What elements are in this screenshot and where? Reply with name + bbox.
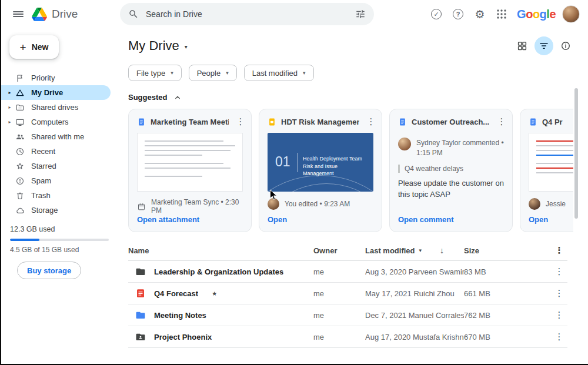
filter-chip-file-type[interactable]: File type ▾	[128, 65, 182, 81]
column-header-size[interactable]: Size	[464, 246, 551, 255]
open-link[interactable]: Open	[259, 215, 382, 232]
sidebar-item-starred[interactable]: Starred	[1, 159, 111, 173]
search-options-tune-icon[interactable]	[355, 9, 366, 19]
user-avatar[interactable]	[562, 5, 580, 23]
sidebar-item-my-drive[interactable]: ▸ My Drive	[1, 85, 111, 100]
vertical-scrollbar[interactable]	[574, 88, 578, 219]
search-icon	[128, 9, 139, 19]
file-size: 83 MB	[464, 267, 551, 276]
main-menu-button[interactable]	[7, 3, 29, 25]
docs-icon	[137, 118, 146, 126]
more-options-icon[interactable]: ⋮	[551, 288, 567, 299]
column-header-owner[interactable]: Owner	[313, 246, 365, 255]
file-size: 661 MB	[464, 289, 551, 298]
comment-quote: Q4 weather delays	[398, 165, 504, 173]
computers-icon	[15, 117, 25, 127]
sidebar-item-priority[interactable]: Priority	[1, 71, 111, 85]
sidebar-item-recent[interactable]: Recent	[1, 144, 111, 159]
shared-drives-icon	[15, 102, 25, 112]
details-button[interactable]	[556, 36, 575, 55]
suggested-card-hdt-risk-management[interactable]: HDT Risk Management ⋮ 01 Health Deployme…	[259, 109, 382, 232]
more-options-icon[interactable]: ⋮	[364, 116, 378, 127]
filter-button[interactable]	[534, 36, 553, 55]
topbar-actions: ✓ ? ⚙ G o o g	[426, 4, 588, 24]
sidebar-item-label: Computers	[31, 118, 69, 126]
sidebar-item-spam[interactable]: Spam	[1, 173, 111, 188]
calendar-icon	[137, 202, 146, 211]
search-bar[interactable]	[120, 3, 374, 25]
help-button[interactable]: ?	[448, 4, 468, 24]
new-button-label: New	[32, 42, 49, 52]
file-row-q4-forecast[interactable]: Q4 Forecast ★ me May 17, 2021 Ruichi Zho…	[128, 283, 567, 304]
grid-view-button[interactable]	[513, 36, 532, 55]
file-list: Name Owner Last modified ▾ ↓ Size ⋮ Lead…	[128, 240, 567, 348]
cloud-icon	[15, 205, 25, 215]
file-row-meeting-notes[interactable]: Meeting Notes me Dec 7, 2021 Manuel Corr…	[128, 304, 567, 326]
suggested-label: Suggested	[128, 93, 167, 102]
column-header-name[interactable]: Name	[128, 246, 313, 255]
suggested-section-header: Suggested	[128, 93, 588, 102]
search-input[interactable]	[146, 9, 355, 19]
file-row-leadership-organization-updates[interactable]: Leadership & Organization Updates me Aug…	[128, 261, 567, 283]
gear-icon: ⚙	[475, 8, 485, 21]
top-bar: Drive ✓ ? ⚙	[1, 0, 588, 28]
sidebar-item-label: Trash	[31, 191, 51, 200]
offline-status-button[interactable]: ✓	[426, 4, 446, 24]
pdf-icon	[135, 288, 146, 299]
settings-button[interactable]: ⚙	[470, 4, 490, 24]
sidebar-item-label: Shared with me	[31, 132, 84, 141]
suggested-card-q4[interactable]: Q4 Pr ⋮ Jessie Open	[520, 109, 573, 232]
sidebar-item-label: My Drive	[31, 88, 63, 97]
collapse-chevron-icon[interactable]	[174, 94, 181, 101]
card-meta-text: You edited • 9:23 AM	[285, 200, 350, 208]
card-meta-text: Jessie	[546, 200, 566, 208]
sidebar-item-storage[interactable]: Storage	[1, 203, 111, 217]
document-preview	[529, 133, 573, 192]
open-comment-link[interactable]: Open comment	[390, 215, 512, 232]
sidebar-item-label: Spam	[31, 176, 51, 185]
sidebar-item-label: Storage	[31, 206, 58, 215]
page-title[interactable]: My Drive ▾	[128, 38, 188, 53]
filter-chip-people[interactable]: People ▾	[189, 65, 237, 81]
slide-preview: 01 Health Deployment Team Risk and Issue…	[268, 133, 373, 192]
more-options-icon[interactable]: ⋮	[551, 331, 567, 342]
slide-title: Health Deployment Team Risk and Issue Ma…	[303, 155, 366, 178]
more-options-icon[interactable]: ⋮	[551, 310, 567, 320]
sidebar-item-shared-with-me[interactable]: Shared with me	[1, 129, 111, 144]
column-header-last-modified[interactable]: Last modified ▾ ↓	[365, 246, 464, 255]
file-owner: me	[313, 267, 365, 276]
expand-caret-icon[interactable]: ▸	[6, 105, 14, 110]
sort-direction-icon[interactable]: ↓	[440, 246, 444, 255]
expand-caret-icon[interactable]: ▸	[6, 90, 14, 95]
open-link[interactable]: Open	[520, 215, 573, 232]
sidebar-item-shared-drives[interactable]: ▸ Shared drives	[1, 100, 111, 115]
grid-view-icon	[517, 41, 527, 51]
new-button[interactable]: + New	[9, 35, 59, 59]
chip-label: Last modified	[252, 69, 298, 78]
file-size: 762 MB	[464, 311, 551, 320]
open-attachment-link[interactable]: Open attachment	[129, 215, 251, 232]
suggested-card-customer-outreach[interactable]: Customer Outreach... ⋮ Sydney Taylor com…	[389, 109, 513, 232]
more-options-icon[interactable]: ⋮	[551, 245, 567, 256]
sidebar-item-computers[interactable]: ▸ Computers	[1, 115, 111, 129]
chip-label: People	[197, 69, 220, 78]
more-options-icon[interactable]: ⋮	[551, 266, 567, 277]
caret-down-icon: ▾	[226, 70, 229, 76]
google-apps-button[interactable]	[492, 4, 512, 24]
shared-folder-icon	[135, 331, 146, 342]
star-icon	[15, 161, 25, 171]
file-size: 670 MB	[464, 333, 551, 341]
expand-caret-icon[interactable]: ▸	[6, 119, 14, 125]
file-row-project-phoenix[interactable]: Project Phoenix me Aug 17, 2020 Mustafa …	[128, 326, 567, 348]
more-options-icon[interactable]: ⋮	[495, 116, 509, 127]
my-drive-icon	[15, 88, 25, 98]
buy-storage-button[interactable]: Buy storage	[17, 262, 81, 279]
storage-used-label: 12.3 GB used	[10, 225, 119, 233]
check-circle-icon: ✓	[431, 9, 442, 19]
more-options-icon[interactable]: ⋮	[233, 116, 248, 127]
filter-list-icon	[539, 41, 549, 51]
filter-chip-last-modified[interactable]: Last modified ▾	[244, 65, 314, 81]
card-title: Customer Outreach...	[412, 118, 490, 126]
sidebar-item-trash[interactable]: Trash	[1, 188, 111, 203]
suggested-card-marketing-team-meeting[interactable]: Marketing Team Meetin... ⋮ Marke	[128, 109, 252, 232]
